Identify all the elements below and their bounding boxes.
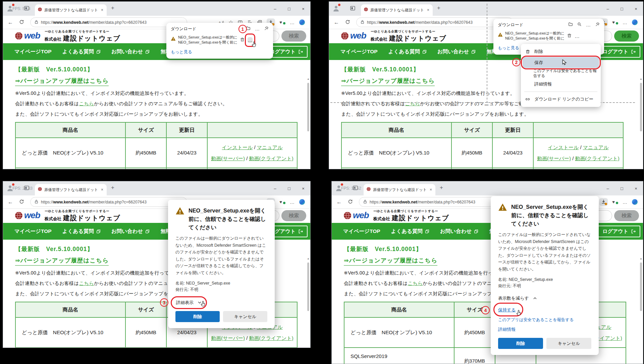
browser-essentials-icon[interactable]: ♥ [612, 199, 615, 204]
new-tab-button[interactable]: + [111, 5, 114, 11]
site-search-button[interactable]: 検索 [281, 31, 306, 42]
scrollbar-up-icon[interactable]: ▲ [640, 77, 642, 80]
close-button[interactable]: × [296, 181, 310, 195]
nav-mypage-top[interactable]: マイページTOP [14, 48, 52, 55]
new-tab-button[interactable]: + [111, 184, 114, 191]
menu-item-delete[interactable]: 削除 [521, 46, 601, 57]
nav-mypage-top[interactable]: マイページTOP [340, 48, 378, 55]
refresh-button[interactable] [348, 199, 353, 205]
cancel-button[interactable]: キャンセル [546, 338, 591, 349]
nav-faq[interactable]: よくある質問 [62, 228, 101, 235]
open-folder-icon[interactable] [568, 22, 573, 28]
close-button[interactable]: × [629, 2, 643, 16]
manual-link[interactable]: マニュアル [583, 144, 609, 150]
install-link[interactable]: インストール [222, 144, 253, 150]
maximize-button[interactable]: □ [282, 2, 296, 16]
back-button[interactable]: ← [8, 199, 13, 205]
refresh-button[interactable] [19, 199, 24, 205]
minimize-button[interactable]: – [268, 181, 282, 195]
downloads-button[interactable] [599, 198, 608, 206]
kochira-link[interactable]: こちら [405, 101, 420, 106]
back-button[interactable]: ← [336, 199, 342, 205]
maximize-button[interactable]: □ [615, 181, 629, 195]
logout-button[interactable]: ログアウト [598, 226, 640, 237]
video-server-link[interactable]: 動画(サーバー) [211, 335, 245, 341]
show-less-link[interactable]: 表示数を減らす [498, 295, 591, 301]
back-button[interactable]: ← [334, 20, 339, 25]
nav-faq[interactable]: よくある質問 [62, 48, 101, 55]
nav-faq[interactable]: よくある質問 [388, 48, 427, 55]
scrollbar-thumb[interactable] [640, 83, 642, 131]
close-button[interactable]: × [629, 181, 643, 195]
video-client-link[interactable]: 動画(クライアント) [575, 156, 620, 161]
refresh-button[interactable] [345, 19, 350, 25]
video-server-link[interactable]: 動画(サーバー) [211, 156, 245, 161]
video-server-link[interactable]: 動画(サーバー) [537, 156, 571, 161]
minimize-button[interactable]: – [601, 2, 615, 16]
site-search-button[interactable]: 検索 [281, 210, 306, 221]
pin-icon[interactable] [264, 26, 269, 32]
pin-icon[interactable] [595, 22, 600, 28]
minimize-button[interactable]: – [268, 2, 282, 16]
search-downloads-icon[interactable] [577, 22, 582, 28]
delete-button[interactable]: 削除 [175, 311, 220, 322]
new-tab-button[interactable]: + [437, 5, 440, 11]
versionup-history-link[interactable]: ⇒バージョンアップ履歴はこちら [15, 256, 109, 266]
new-tab-button[interactable]: + [440, 184, 443, 191]
delete-download-icon[interactable] [240, 37, 245, 44]
download-more-options-button[interactable]: … [575, 33, 580, 39]
cancel-button[interactable]: キャンセル [223, 311, 267, 322]
kochira-link[interactable]: こちら [79, 281, 94, 286]
copilot-icon[interactable] [299, 19, 305, 25]
nav-mypage-top[interactable]: マイページTOP [343, 228, 380, 235]
install-link[interactable]: インストール [548, 144, 579, 150]
downloads-more-icon[interactable]: … [255, 26, 260, 32]
downloads-more-icon[interactable]: … [586, 22, 591, 27]
browser-essentials-icon[interactable]: ♥ [279, 199, 282, 204]
maximize-button[interactable]: □ [282, 181, 296, 195]
report-app-safe-link[interactable]: このアプリは安全であることを報告する [498, 317, 591, 323]
copilot-icon[interactable] [632, 199, 638, 205]
versionup-history-link[interactable]: ⇒バージョンアップ履歴はこちら [15, 77, 109, 86]
copilot-icon[interactable] [299, 199, 305, 205]
back-button[interactable]: ← [8, 20, 13, 25]
settings-more-icon[interactable]: … [290, 199, 295, 205]
scrollbar-thumb[interactable] [640, 262, 642, 311]
scrollbar-thumb[interactable] [307, 83, 309, 131]
browser-tab[interactable]: 原価管理ソフトなら建設ドットウェブ × [361, 4, 433, 16]
refresh-button[interactable] [19, 19, 24, 25]
show-details-link[interactable]: 詳細表示 3 [176, 300, 202, 306]
manual-link[interactable]: マニュアル [257, 144, 283, 150]
download-item[interactable]: NEO_Server_Setup.exeは一般的にダウン NEO_Server_… [166, 34, 273, 48]
delete-download-icon[interactable] [567, 33, 572, 40]
menu-item-save[interactable]: 保存 [523, 57, 599, 68]
browser-tab[interactable]: 原価管理ソフトなら建設ドットウェブ × [364, 184, 435, 195]
tab-close-icon[interactable]: × [100, 8, 104, 12]
scrollbar-thumb[interactable] [307, 262, 309, 311]
browser-essentials-icon[interactable]: ♥ [279, 20, 282, 25]
browser-essentials-icon[interactable]: ♥ [612, 20, 615, 25]
tab-close-icon[interactable]: × [426, 8, 430, 12]
nav-contact[interactable]: お問い合わせ [111, 48, 150, 55]
site-search-button[interactable]: 検索 [614, 31, 639, 42]
address-bar[interactable]: https://www.kendweb.net/member/data.php?… [356, 17, 513, 27]
menu-item-details[interactable]: 詳細情報 [521, 79, 601, 89]
settings-more-icon[interactable]: … [623, 20, 628, 25]
details-info-link[interactable]: 詳細情報 [498, 326, 591, 332]
maximize-button[interactable]: □ [615, 2, 629, 16]
delete-button[interactable]: 削除 [498, 338, 543, 349]
browser-tab[interactable]: 原価管理ソフトなら建設ドットウェブ × [35, 184, 107, 195]
download-item[interactable]: NEO_Server_Setup.exeは一般的にダウン NEO_Server_… [493, 29, 604, 44]
close-button[interactable]: × [296, 2, 310, 16]
menu-item-report-safe[interactable]: このファイルは安全であることを報告する [521, 68, 601, 79]
kochira-link[interactable]: こちら [79, 101, 94, 106]
profile-avatar-icon[interactable] [332, 5, 340, 12]
address-bar[interactable]: https://www.kendweb.net/member/data.php?… [30, 197, 187, 207]
video-client-link[interactable]: 動画(クライアント) [249, 335, 293, 341]
nav-contact[interactable]: お問い合わせ [111, 228, 150, 235]
logout-button[interactable]: ログアウト [598, 46, 640, 58]
site-search-button[interactable]: 検索 [614, 210, 639, 221]
copilot-icon[interactable] [632, 19, 638, 25]
nav-contact[interactable]: お問い合わせ [437, 48, 476, 55]
keep-file-link[interactable]: 保持する [498, 307, 516, 312]
